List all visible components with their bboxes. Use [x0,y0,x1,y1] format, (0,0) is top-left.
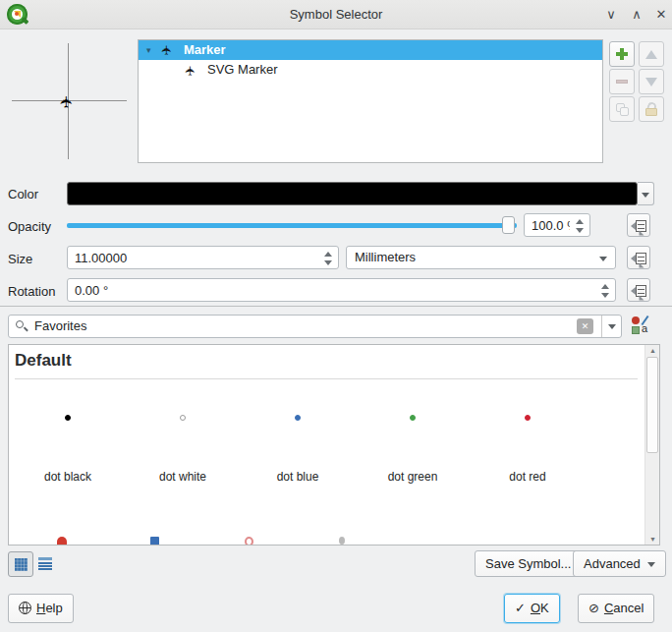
rotation-label: Rotation [8,284,55,299]
tree-item-svg-marker[interactable]: ✈ SVG Marker [139,60,602,80]
expander-icon[interactable]: ▾ [146,40,151,60]
tree-item-label: Marker [184,40,226,60]
size-data-defined-button[interactable] [627,246,650,269]
rotation-spinbox[interactable] [67,278,616,302]
duplicate-layer-button[interactable] [609,96,635,122]
style-manager-button[interactable]: a [631,316,652,336]
airplane-icon: ✈ [181,66,200,77]
symbol-browser-panel: Default dot black dot white dot blue dot… [8,344,660,546]
symbol-item-dot-green[interactable]: dot green [356,399,470,492]
size-label: Size [8,252,32,266]
move-layer-up-button[interactable] [639,41,664,67]
icon-view-toggle-button[interactable] [8,551,33,577]
airplane-icon: ✈ [157,45,177,56]
size-unit-combobox[interactable]: Millimeters [346,246,616,269]
advanced-button[interactable]: Advanced [573,550,666,577]
opacity-slider[interactable] [67,215,517,235]
style-manager-icon [632,316,640,324]
slider-groove[interactable] [67,223,517,228]
titlebar: Symbol Selector ∨ ∧ ✕ [0,0,672,29]
symbol-search-field[interactable]: Favorites ✕ [8,315,622,338]
add-symbol-layer-button[interactable] [609,41,635,67]
color-swatch-button[interactable] [67,182,638,205]
group-title-rule [15,378,638,379]
vertical-scrollbar[interactable]: ▲ ▼ [644,345,659,545]
lock-layer-button[interactable] [639,96,664,122]
ok-button[interactable]: ✓OK [504,594,560,623]
scroll-up-icon[interactable]: ▲ [645,347,660,354]
move-layer-down-button[interactable] [639,69,664,94]
cancel-button[interactable]: ⊘Cancel [578,594,654,623]
symbol-label: dot white [126,470,240,484]
plus-icon [616,48,628,60]
slider-handle[interactable] [502,216,515,234]
symbol-label: dot green [356,470,470,484]
tree-item-marker[interactable]: ▾ ✈ Marker [139,40,602,60]
remove-symbol-layer-button[interactable] [609,69,635,94]
symbol-label: dot red [471,470,585,484]
search-filter-dropdown[interactable] [601,316,621,337]
size-unit-value: Millimeters [355,250,416,264]
maximize-icon[interactable]: ∧ [625,0,648,29]
size-spinbox[interactable] [67,246,339,269]
symbol-selector-dialog: Symbol Selector ∨ ∧ ✕ ✈ ▾ ✈ Marker ✈ SVG… [0,0,672,632]
close-icon[interactable]: ✕ [649,0,672,29]
list-view-toggle-button[interactable] [33,551,59,577]
help-button[interactable]: Help [8,594,74,623]
section-divider [0,306,672,307]
window-title: Symbol Selector [0,0,672,29]
spin-down-icon[interactable] [324,260,332,265]
search-value: Favorites [34,316,86,337]
spin-down-icon[interactable] [576,228,584,233]
marker-dot [410,415,416,421]
rotation-input[interactable] [68,279,615,301]
grid-view-icon [15,558,28,571]
chevron-down-icon [647,562,655,567]
symbol-item-dot-red[interactable]: dot red [471,399,585,492]
symbol-item-dot-blue[interactable]: dot blue [241,399,355,492]
partial-symbol[interactable] [339,537,345,545]
spin-up-icon[interactable] [576,219,584,224]
chevron-down-icon [599,257,607,261]
list-view-icon [38,557,52,570]
symbol-item-dot-black[interactable]: dot black [11,399,125,492]
partial-symbol[interactable] [245,537,253,546]
rotation-data-defined-button[interactable] [627,278,650,302]
spin-up-icon[interactable] [601,284,609,289]
minus-icon [616,80,628,84]
airplane-marker-icon: ✈ [57,95,76,108]
partial-symbol[interactable] [150,537,159,546]
check-icon: ✓ [515,601,526,615]
marker-dot [525,415,531,421]
clear-search-icon[interactable]: ✕ [577,318,593,334]
up-arrow-icon [645,50,657,59]
shade-icon[interactable]: ∨ [599,0,623,29]
opacity-spinbox[interactable] [524,213,590,237]
prohibit-icon: ⊘ [588,601,599,615]
chevron-down-icon [642,193,649,198]
save-symbol-button[interactable]: Save Symbol... [475,550,582,577]
symbol-layer-tree: ▾ ✈ Marker ✈ SVG Marker [138,39,603,163]
marker-dot [65,415,71,421]
symbol-group-title: Default [15,351,72,371]
color-label: Color [8,187,38,201]
symbol-item-dot-white[interactable]: dot white [126,399,240,492]
opacity-data-defined-button[interactable] [627,213,650,237]
marker-dot [180,415,186,421]
marker-dot [295,415,301,421]
tree-item-label: SVG Marker [207,60,278,80]
spin-up-icon[interactable] [324,252,332,257]
size-input[interactable] [68,247,338,268]
spin-down-icon[interactable] [601,293,609,298]
scroll-down-icon[interactable]: ▼ [645,536,660,543]
search-icon [16,320,29,334]
partial-symbol[interactable] [57,537,67,546]
scrollbar-thumb[interactable] [646,357,658,453]
color-dropdown-button[interactable] [638,182,654,205]
down-arrow-icon [645,78,657,86]
symbol-label: dot black [11,470,125,484]
symbol-preview: ✈ [10,37,128,165]
symbol-label: dot blue [241,470,355,484]
help-globe-icon [19,602,31,614]
opacity-label: Opacity [8,219,51,234]
